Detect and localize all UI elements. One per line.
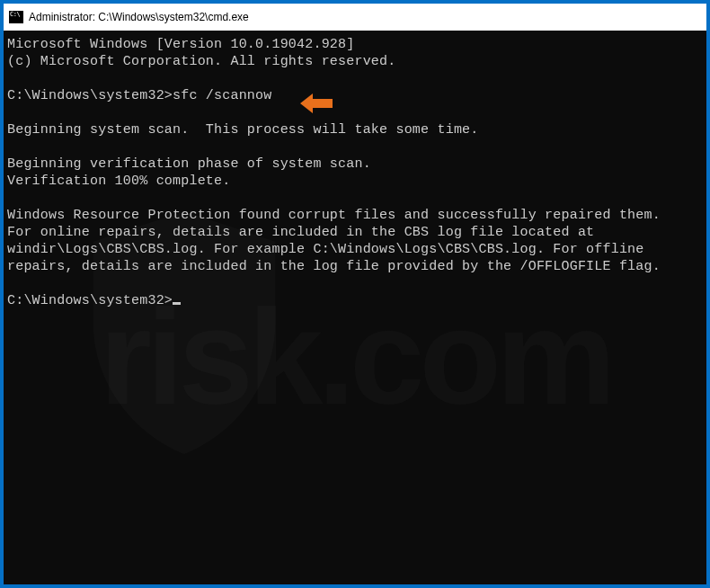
output-line: windir\Logs\CBS\CBS.log. For example C:\…	[7, 242, 644, 257]
output-line: Beginning verification phase of system s…	[7, 156, 371, 172]
output-line: (c) Microsoft Corporation. All rights re…	[7, 54, 395, 69]
output-line: For online repairs, details are included…	[7, 225, 594, 240]
output-line: Beginning system scan. This process will…	[7, 122, 478, 138]
prompt-path: C:\Windows\system32>	[7, 293, 173, 308]
output-line: Microsoft Windows [Version 10.0.19042.92…	[7, 37, 354, 52]
cursor	[173, 302, 181, 305]
cmd-window: Administrator: C:\Windows\system32\cmd.e…	[0, 0, 710, 588]
output-line: Windows Resource Protection found corrup…	[7, 208, 661, 223]
window-title: Administrator: C:\Windows\system32\cmd.e…	[29, 11, 249, 23]
output-line: Verification 100% complete.	[7, 174, 230, 189]
titlebar[interactable]: Administrator: C:\Windows\system32\cmd.e…	[4, 4, 706, 31]
typed-command: sfc /scannow	[173, 88, 271, 103]
terminal-output[interactable]: Microsoft Windows [Version 10.0.19042.92…	[4, 31, 706, 584]
output-line: repairs, details are included in the log…	[7, 259, 661, 274]
cmd-icon	[9, 11, 23, 23]
prompt-path: C:\Windows\system32>	[7, 88, 173, 103]
